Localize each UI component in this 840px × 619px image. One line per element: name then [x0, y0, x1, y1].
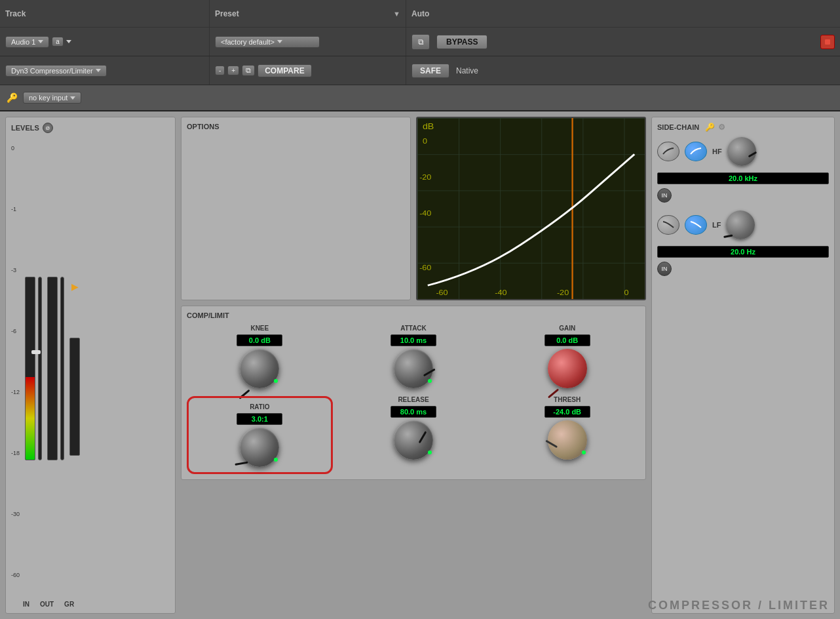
play-button[interactable]: ▶ [71, 281, 79, 292]
hf-in-button[interactable]: IN [657, 188, 672, 203]
svg-text:dB: dB [423, 121, 434, 130]
levels-title: LEVELS Ø [11, 123, 170, 133]
header: Track Preset ▼ Auto Audio 1 a <factor [0, 0, 840, 111]
compare-button[interactable]: COMPARE [258, 64, 311, 77]
thresh-marker [545, 440, 558, 449]
lf-filter-icon2 [689, 220, 702, 230]
gain-label: GAIN [559, 325, 575, 332]
attack-marker [423, 369, 436, 377]
release-knob[interactable] [394, 420, 433, 460]
options-panel: OPTIONS [181, 117, 411, 300]
scale-n30: -30 [11, 511, 20, 517]
lf-filter-btn1[interactable] [657, 215, 679, 235]
sidechain-icon2: ⚙ [718, 123, 725, 132]
ratio-label: RATIO [250, 403, 269, 410]
lf-filter-icon1 [662, 220, 675, 230]
in-fader-thumb[interactable] [31, 350, 41, 354]
track-arrow2 [66, 40, 71, 43]
preset-select-button[interactable]: <factory default> [215, 36, 320, 48]
auto-label: Auto [411, 9, 429, 18]
scale-n60: -60 [11, 572, 20, 578]
hf-value: 20.0 kHz [657, 172, 829, 184]
ratio-knob-item: RATIO 3.0:1 [194, 403, 326, 467]
hf-label: HF [712, 148, 722, 155]
track-name-text: Audio 1 [11, 38, 35, 46]
in-meter [25, 277, 35, 460]
plugin-area: LEVELS Ø 0 -1 -3 -6 -12 -18 -30 -60 [0, 111, 840, 619]
bypass-button[interactable]: BYPASS [436, 35, 487, 49]
gr-meter [69, 338, 80, 456]
track-select-button[interactable]: Audio 1 [5, 36, 49, 48]
plugin-dropdown-arrow [96, 69, 101, 72]
scale-n12: -12 [11, 389, 20, 395]
levels-panel: LEVELS Ø 0 -1 -3 -6 -12 -18 -30 -60 [5, 117, 176, 614]
scale-0: 0 [11, 145, 20, 151]
plugin-indicator-inner [824, 39, 831, 45]
play-gr-col: ▶ [69, 138, 80, 598]
top-center: OPTIONS [181, 117, 646, 300]
preset-label-col: Preset ▼ [210, 0, 406, 27]
sidechain-title: SIDE-CHAIN 🔑 ⚙ [657, 123, 829, 132]
plugin-name-button[interactable]: Dyn3 Compressor/Limiter [5, 65, 107, 77]
complimit-panel: COMP/LIMIT KNEE 0.0 dB ATTACK 10.0 ms [181, 306, 646, 480]
thresh-knob[interactable] [548, 420, 587, 460]
key-input-button[interactable]: no key input [23, 92, 81, 104]
knee-knob[interactable] [240, 349, 279, 388]
lf-label: LF [712, 221, 721, 229]
out-meter [47, 277, 58, 460]
scale-n6: -6 [11, 328, 20, 334]
key-input-arrow [70, 96, 75, 100]
attack-knob[interactable] [394, 349, 433, 388]
lf-knob[interactable] [726, 210, 755, 239]
center-panel: OPTIONS [181, 117, 646, 614]
key-icon: 🔑 [7, 92, 18, 103]
auto-controls-col: ⧉ BYPASS [406, 28, 840, 56]
track-controls-col: Audio 1 a [0, 28, 210, 56]
transfer-graph: dB 0 -20 -40 -60 -60 -40 -20 0 [417, 118, 645, 299]
plus-button[interactable]: + [227, 66, 239, 75]
ratio-highlight: RATIO 3.0:1 [187, 396, 333, 474]
svg-text:-60: -60 [436, 289, 448, 297]
hf-filter-btn1[interactable] [657, 142, 679, 161]
preset-value-text: <factory default> [221, 38, 275, 46]
copy-preset-button[interactable]: ⧉ [411, 34, 430, 50]
lf-in-button[interactable]: IN [657, 262, 672, 276]
svg-text:0: 0 [423, 136, 427, 145]
copy-compare-button[interactable]: ⧉ [242, 65, 255, 76]
in-meter-fill [26, 377, 35, 459]
release-knob-item: RELEASE 80.0 ms [341, 396, 487, 474]
track-label: Track [5, 9, 26, 18]
plugin-indicator[interactable] [820, 35, 835, 49]
lf-value: 20.0 Hz [657, 246, 829, 258]
in-meter-group [25, 138, 42, 598]
native-label: Native [456, 66, 478, 75]
out-fader[interactable] [60, 277, 64, 460]
hf-knob[interactable] [727, 137, 756, 166]
svg-text:-20: -20 [419, 173, 432, 182]
out-label: OUT [40, 601, 54, 608]
track-suffix-button[interactable]: a [52, 37, 64, 47]
track-name-row: Audio 1 a [5, 36, 71, 48]
in-fader[interactable] [38, 277, 42, 460]
header-row-labels: Track Preset ▼ Auto [0, 0, 840, 28]
meters-area: 0 -1 -3 -6 -12 -18 -30 -60 [11, 138, 170, 598]
lf-row: LF [657, 210, 829, 239]
release-label: RELEASE [398, 396, 429, 403]
lf-filter-btn2[interactable] [685, 215, 707, 235]
svg-text:-40: -40 [495, 289, 507, 297]
knee-label: KNEE [250, 325, 269, 332]
gain-knob[interactable] [548, 349, 587, 388]
knob-grid: KNEE 0.0 dB ATTACK 10.0 ms [187, 325, 640, 474]
key-input-text: no key input [29, 94, 67, 102]
sidechain-key-icon: 🔑 [705, 123, 715, 132]
ratio-knob[interactable] [240, 428, 279, 467]
minus-button[interactable]: - [215, 66, 225, 75]
hf-filter-btn2[interactable] [685, 142, 707, 161]
release-value: 80.0 ms [391, 406, 436, 418]
header-row-controls: Audio 1 a <factory default> ⧉ BYPASS [0, 28, 840, 56]
thresh-value: -24.0 dB [544, 406, 590, 418]
preset-label: Preset [215, 9, 239, 18]
safe-button[interactable]: SAFE [411, 64, 449, 78]
levels-zero-button[interactable]: Ø [43, 123, 53, 133]
preset-dropdown-arrow [277, 40, 282, 43]
